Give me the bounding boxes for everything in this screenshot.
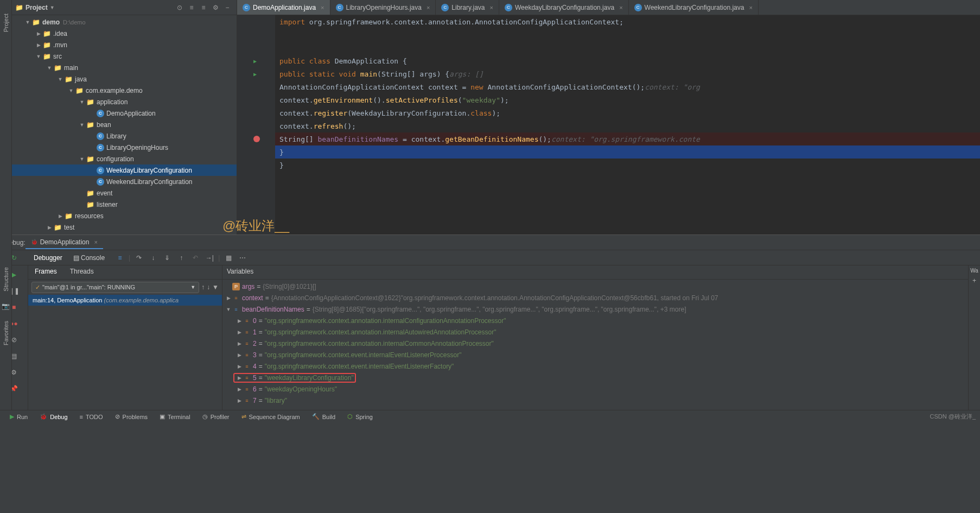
close-icon[interactable]: × bbox=[321, 4, 324, 11]
tab-library[interactable]: CLibrary.java× bbox=[436, 0, 499, 15]
collapse-icon[interactable]: ≡ bbox=[198, 4, 209, 11]
var-row[interactable]: ▼≡beanDefinitionNames={String[8]@1685} [… bbox=[222, 303, 968, 315]
build-tool[interactable]: 🔨Build bbox=[307, 412, 341, 421]
favorites-tool-button[interactable]: Favorites bbox=[3, 321, 9, 345]
profiler-icon: ◷ bbox=[202, 413, 208, 420]
trace-icon[interactable]: ⋯ bbox=[237, 254, 248, 262]
todo-tool[interactable]: ≡TODO bbox=[74, 413, 109, 421]
terminal-tool[interactable]: ▣Terminal bbox=[154, 412, 196, 421]
code-lines[interactable]: import org.springframework.context.annot… bbox=[275, 15, 980, 235]
close-icon[interactable]: × bbox=[619, 4, 622, 11]
problems-tool[interactable]: ⊘Problems bbox=[110, 412, 153, 421]
tree-item[interactable]: ▶📁resources bbox=[12, 210, 237, 221]
close-icon[interactable]: × bbox=[94, 239, 97, 245]
frame-item[interactable]: main:14, DemoApplication (com.example.de… bbox=[28, 295, 222, 306]
var-array-item-highlighted[interactable]: ▶≡5="weekdayLibraryConfiguration" bbox=[222, 372, 968, 383]
folder-icon: 📁 bbox=[53, 223, 62, 232]
gutter[interactable]: ▶ ▶ bbox=[237, 15, 275, 235]
close-icon[interactable]: × bbox=[749, 4, 752, 11]
todo-icon: ≡ bbox=[80, 414, 83, 420]
class-icon: C bbox=[97, 144, 104, 151]
class-icon: C bbox=[505, 4, 512, 11]
debugger-tab[interactable]: Debugger bbox=[28, 252, 68, 263]
tab-libraryhours[interactable]: CLibraryOpeningHours.java× bbox=[330, 0, 436, 15]
tree-file-weekendconfig[interactable]: CWeekendLibraryConfiguration bbox=[12, 176, 237, 187]
evaluate-icon[interactable]: ▦ bbox=[223, 254, 234, 262]
var-array-item[interactable]: ▶≡7="library" bbox=[222, 395, 968, 406]
force-step-icon[interactable]: ⇓ bbox=[162, 254, 173, 262]
var-array-item[interactable]: ▶≡1="org.springframework.context.annotat… bbox=[222, 326, 968, 338]
locate-icon[interactable]: ⊙ bbox=[174, 4, 186, 11]
debug-header: Debug: 🐞DemoApplication× bbox=[0, 235, 980, 250]
tab-weekendconfig[interactable]: CWeekendLibraryConfiguration.java× bbox=[629, 0, 759, 15]
hide-icon[interactable]: − bbox=[221, 4, 233, 11]
console-tab[interactable]: ▤ Console bbox=[68, 252, 110, 263]
structure-tool-button[interactable]: Structure bbox=[3, 267, 9, 292]
settings-icon[interactable]: ≡ bbox=[114, 254, 125, 262]
threads-tab[interactable]: Threads bbox=[63, 265, 100, 279]
debug-config-tab[interactable]: 🐞DemoApplication× bbox=[26, 236, 103, 249]
field-icon: ≡ bbox=[243, 328, 251, 336]
class-icon: C bbox=[243, 4, 250, 11]
watches-label[interactable]: Wa bbox=[970, 268, 978, 274]
settings-icon[interactable]: ⚙ bbox=[209, 4, 221, 11]
var-row[interactable]: ▶≡context={AnnotationConfigApplicationCo… bbox=[222, 292, 968, 303]
tree-item[interactable]: ▼📁com.example.demo bbox=[12, 85, 237, 96]
tree-item[interactable]: ▼📁java bbox=[12, 73, 237, 85]
bug-icon: 🐞 bbox=[31, 239, 37, 245]
close-icon[interactable]: × bbox=[489, 4, 493, 11]
tree-item[interactable]: ▼📁bean bbox=[12, 119, 237, 130]
code-area[interactable]: ▶ ▶ import org.springframework.context.a… bbox=[237, 15, 980, 235]
tree-item[interactable]: ▶📁test bbox=[12, 221, 237, 233]
drop-frame-icon[interactable]: ↶ bbox=[190, 254, 201, 262]
run-icon[interactable]: ▶ bbox=[253, 58, 257, 64]
tree-file-weekdayconfig[interactable]: CWeekdayLibraryConfiguration bbox=[12, 164, 237, 176]
var-row[interactable]: Pargs={String[0]@1021} [] bbox=[222, 281, 968, 292]
debug-tool[interactable]: 🐞Debug bbox=[34, 412, 73, 421]
tree-item[interactable]: 📁listener bbox=[12, 199, 237, 210]
run-to-cursor-icon[interactable]: →| bbox=[204, 254, 215, 262]
tab-weekdayconfig[interactable]: CWeekdayLibraryConfiguration.java× bbox=[499, 0, 629, 15]
tree-item[interactable]: ▼📁src bbox=[12, 50, 237, 62]
var-array-item[interactable]: ▶≡3="org.springframework.context.event.i… bbox=[222, 349, 968, 360]
step-over-icon[interactable]: ↷ bbox=[133, 254, 144, 262]
variables-tree: Pargs={String[0]@1021} [] ▶≡context={Ann… bbox=[222, 280, 968, 410]
thread-combo[interactable]: ✓"main"@1 in gr..."main": RUNNING▼ bbox=[31, 282, 199, 293]
sequence-tool[interactable]: ⇌Sequence Diagram bbox=[236, 412, 306, 421]
step-out-icon[interactable]: ↑ bbox=[176, 254, 187, 262]
tree-file-demoapp[interactable]: CDemoApplication bbox=[12, 107, 237, 119]
filter-icon[interactable]: ▼ bbox=[212, 283, 219, 291]
project-tool-button[interactable]: Project bbox=[2, 8, 10, 37]
breakpoint-icon[interactable] bbox=[253, 136, 260, 142]
run-tool[interactable]: ▶Run bbox=[4, 412, 33, 421]
profiler-tool[interactable]: ◷Profiler bbox=[197, 412, 235, 421]
add-watch-icon[interactable]: + bbox=[972, 277, 976, 284]
tree-root[interactable]: ▼📁demoD:\demo bbox=[12, 16, 237, 28]
tree-file-libraryhours[interactable]: CLibraryOpeningHours bbox=[12, 142, 237, 153]
variables-header: Variables bbox=[222, 265, 968, 280]
step-into-icon[interactable]: ↓ bbox=[148, 254, 158, 262]
prev-frame-icon[interactable]: ↑ bbox=[201, 283, 205, 291]
expand-icon[interactable]: ≡ bbox=[186, 4, 198, 11]
var-array-item[interactable]: ▶≡2="org.springframework.context.annotat… bbox=[222, 338, 968, 349]
tree-item[interactable]: 📁event bbox=[12, 187, 237, 199]
dropdown-icon[interactable]: ▼ bbox=[50, 5, 55, 10]
var-array-item[interactable]: ▶≡4="org.springframework.context.event.i… bbox=[222, 360, 968, 372]
next-frame-icon[interactable]: ↓ bbox=[207, 283, 210, 291]
run-icon[interactable]: ▶ bbox=[253, 71, 257, 77]
tree-item[interactable]: ▼📁application bbox=[12, 96, 237, 107]
frames-tab[interactable]: Frames bbox=[28, 265, 63, 279]
run-icon: ▶ bbox=[10, 413, 14, 420]
tree-item[interactable]: ▶📁.idea bbox=[12, 28, 237, 39]
var-array-item[interactable]: ▶≡6="weekdayOpeningHours" bbox=[222, 383, 968, 395]
tree-item[interactable]: ▼📁configuration bbox=[12, 153, 237, 164]
tree-item[interactable]: ▼📁main bbox=[12, 62, 237, 73]
close-icon[interactable]: × bbox=[427, 4, 430, 11]
build-icon: 🔨 bbox=[312, 413, 320, 420]
var-array-item[interactable]: ▶≡0="org.springframework.context.annotat… bbox=[222, 315, 968, 326]
tree-file-library[interactable]: CLibrary bbox=[12, 130, 237, 142]
tree-item[interactable]: ▶📁.mvn bbox=[12, 39, 237, 50]
spring-tool[interactable]: ⬡Spring bbox=[342, 412, 378, 421]
camera-icon[interactable]: 📷 bbox=[2, 302, 10, 310]
tab-demoapp[interactable]: CDemoApplication.java× bbox=[237, 0, 330, 15]
